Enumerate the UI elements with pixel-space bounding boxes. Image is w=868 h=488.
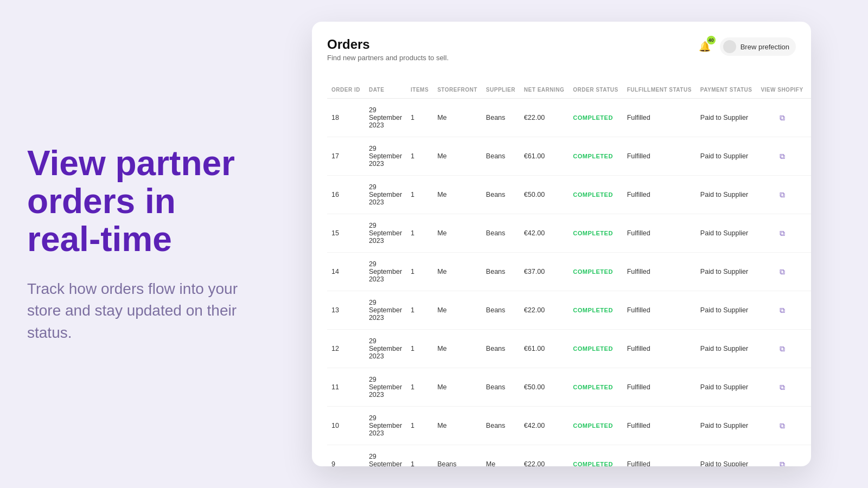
cell-supplier: Beans <box>482 253 520 291</box>
cell-storefront: Me <box>433 176 482 214</box>
shopify-link-icon[interactable]: ⧉ <box>780 460 785 467</box>
shopify-link-icon[interactable]: ⧉ <box>780 152 785 160</box>
cell-earning: €22.00 <box>520 445 569 467</box>
cell-payment: Paid to Supplier <box>696 445 757 467</box>
table-row: 10 29 September 2023 1 Me Beans €42.00 C… <box>327 407 811 445</box>
cell-payment: Paid to Supplier <box>696 253 757 291</box>
shopify-link-icon[interactable]: ⧉ <box>780 306 785 314</box>
cell-supplier: Beans <box>482 137 520 176</box>
cell-date: 29 September 2023 <box>365 407 406 445</box>
cell-view-proposal[interactable]: ⧉ <box>808 368 811 407</box>
col-date: DATE <box>365 81 406 99</box>
cell-items: 1 <box>406 137 433 176</box>
table-row: 13 29 September 2023 1 Me Beans €22.00 C… <box>327 291 811 330</box>
cell-supplier: Beans <box>482 368 520 407</box>
cell-fulfillment: Fulfilled <box>623 368 696 407</box>
cell-view-shopify[interactable]: ⧉ <box>756 330 807 368</box>
cell-order-id: 9 <box>327 445 365 467</box>
cell-items: 1 <box>406 368 433 407</box>
cell-view-shopify[interactable]: ⧉ <box>756 253 807 291</box>
cell-order-id: 11 <box>327 368 365 407</box>
col-order-id: ORDER ID <box>327 81 365 99</box>
cell-supplier: Me <box>482 445 520 467</box>
col-view-proposal: VIEW PROPOSAL <box>808 81 811 99</box>
col-supplier: SUPPLIER <box>482 81 520 99</box>
cell-order-id: 18 <box>327 99 365 137</box>
cell-earning: €42.00 <box>520 214 569 253</box>
cell-order-id: 10 <box>327 407 365 445</box>
table-row: 17 29 September 2023 1 Me Beans €61.00 C… <box>327 137 811 176</box>
cell-storefront: Me <box>433 291 482 330</box>
cell-date: 29 September 2023 <box>365 445 406 467</box>
col-fulfillment-status: FULFILLMENT STATUS <box>623 81 696 99</box>
cell-earning: €61.00 <box>520 137 569 176</box>
cell-view-shopify[interactable]: ⧉ <box>756 368 807 407</box>
shopify-link-icon[interactable]: ⧉ <box>780 267 785 276</box>
cell-order-id: 15 <box>327 214 365 253</box>
cell-earning: €61.00 <box>520 330 569 368</box>
cell-payment: Paid to Supplier <box>696 291 757 330</box>
cell-payment: Paid to Supplier <box>696 137 757 176</box>
cell-view-proposal[interactable]: ⧉ <box>808 176 811 214</box>
cell-payment: Paid to Supplier <box>696 407 757 445</box>
cell-items: 1 <box>406 214 433 253</box>
user-chip[interactable]: Brew prefection <box>720 37 796 56</box>
header-right: 🔔 40 Brew prefection <box>695 37 796 56</box>
cell-earning: €50.00 <box>520 368 569 407</box>
orders-table: ORDER ID DATE ITEMS STOREFRONT SUPPLIER … <box>327 81 811 466</box>
cell-order-id: 16 <box>327 176 365 214</box>
shopify-link-icon[interactable]: ⧉ <box>780 190 785 199</box>
cell-view-proposal[interactable]: ⧉ <box>808 253 811 291</box>
cell-order-status: COMPLETED <box>569 330 622 368</box>
cell-storefront: Me <box>433 137 482 176</box>
app-subtitle: Find new partners and products to sell. <box>327 54 449 62</box>
cell-view-proposal[interactable]: ⧉ <box>808 137 811 176</box>
cell-view-shopify[interactable]: ⧉ <box>756 137 807 176</box>
table-row: 18 29 September 2023 1 Me Beans €22.00 C… <box>327 99 811 137</box>
cell-date: 29 September 2023 <box>365 291 406 330</box>
shopify-link-icon[interactable]: ⧉ <box>780 421 785 430</box>
cell-view-proposal[interactable]: ⧉ <box>808 407 811 445</box>
app-title: Orders <box>327 37 449 52</box>
cell-fulfillment: Fulfilled <box>623 176 696 214</box>
cell-items: 1 <box>406 253 433 291</box>
cell-view-shopify[interactable]: ⧉ <box>756 99 807 137</box>
col-items: ITEMS <box>406 81 433 99</box>
cell-fulfillment: Fulfilled <box>623 330 696 368</box>
notification-button[interactable]: 🔔 40 <box>695 37 714 56</box>
cell-view-shopify[interactable]: ⧉ <box>756 214 807 253</box>
cell-payment: Paid to Supplier <box>696 99 757 137</box>
cell-date: 29 September 2023 <box>365 330 406 368</box>
col-order-status: ORDER STATUS <box>569 81 622 99</box>
cell-earning: €22.00 <box>520 99 569 137</box>
table-row: 15 29 September 2023 1 Me Beans €42.00 C… <box>327 214 811 253</box>
cell-order-status: COMPLETED <box>569 99 622 137</box>
shopify-link-icon[interactable]: ⧉ <box>780 383 785 391</box>
cell-view-shopify[interactable]: ⧉ <box>756 407 807 445</box>
table-row: 9 29 September 2023 1 Beans Me €22.00 CO… <box>327 445 811 467</box>
table-row: 12 29 September 2023 1 Me Beans €61.00 C… <box>327 330 811 368</box>
cell-earning: €37.00 <box>520 253 569 291</box>
avatar <box>723 40 736 53</box>
cell-view-proposal[interactable]: ⧉ <box>808 99 811 137</box>
shopify-link-icon[interactable]: ⧉ <box>780 229 785 237</box>
cell-view-shopify[interactable]: ⧉ <box>756 445 807 467</box>
cell-fulfillment: Fulfilled <box>623 291 696 330</box>
cell-view-proposal[interactable]: ⧉ <box>808 291 811 330</box>
cell-order-status: COMPLETED <box>569 253 622 291</box>
cell-view-proposal[interactable]: ⧉ <box>808 330 811 368</box>
shopify-link-icon[interactable]: ⧉ <box>780 113 785 122</box>
cell-view-shopify[interactable]: ⧉ <box>756 176 807 214</box>
cell-payment: Paid to Supplier <box>696 330 757 368</box>
cell-items: 1 <box>406 291 433 330</box>
cell-date: 29 September 2023 <box>365 99 406 137</box>
shopify-link-icon[interactable]: ⧉ <box>780 344 785 353</box>
cell-supplier: Beans <box>482 99 520 137</box>
cell-supplier: Beans <box>482 176 520 214</box>
cell-fulfillment: Fulfilled <box>623 253 696 291</box>
cell-fulfillment: Fulfilled <box>623 407 696 445</box>
cell-view-proposal[interactable]: ⧉ <box>808 214 811 253</box>
cell-view-shopify[interactable]: ⧉ <box>756 291 807 330</box>
col-storefront: STOREFRONT <box>433 81 482 99</box>
cell-view-proposal[interactable]: ⧉ <box>808 445 811 467</box>
